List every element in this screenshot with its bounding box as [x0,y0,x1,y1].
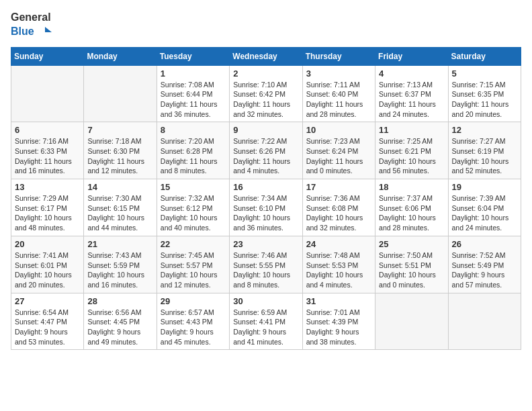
day-info: Sunrise: 6:59 AM Sunset: 4:41 PM Dayligh… [233,308,298,347]
day-number: 31 [306,296,371,306]
day-info: Sunrise: 7:23 AM Sunset: 6:24 PM Dayligh… [306,136,371,176]
day-number: 4 [379,68,444,79]
day-number: 1 [161,68,226,79]
day-info: Sunrise: 7:18 AM Sunset: 6:30 PM Dayligh… [87,136,152,176]
day-number: 6 [15,125,80,135]
calendar-cell: 12Sunrise: 7:27 AM Sunset: 6:19 PM Dayli… [448,122,521,179]
calendar-cell: 19Sunrise: 7:39 AM Sunset: 6:04 PM Dayli… [448,179,521,236]
calendar-header: SundayMondayTuesdayWednesdayThursdayFrid… [11,47,521,65]
column-header-tuesday: Tuesday [157,47,229,65]
day-info: Sunrise: 7:50 AM Sunset: 5:51 PM Dayligh… [379,250,444,290]
day-info: Sunrise: 7:37 AM Sunset: 6:06 PM Dayligh… [379,193,444,233]
calendar-cell: 10Sunrise: 7:23 AM Sunset: 6:24 PM Dayli… [302,122,375,179]
page-header: GeneralBlue [11,11,521,39]
day-number: 10 [306,125,371,135]
calendar-cell: 4Sunrise: 7:13 AM Sunset: 6:37 PM Daylig… [375,65,448,122]
day-number: 27 [15,296,80,306]
day-info: Sunrise: 7:25 AM Sunset: 6:21 PM Dayligh… [379,136,444,176]
day-info: Sunrise: 7:45 AM Sunset: 5:57 PM Dayligh… [161,250,226,290]
calendar-cell [84,65,157,122]
day-info: Sunrise: 7:10 AM Sunset: 6:42 PM Dayligh… [233,80,298,120]
day-info: Sunrise: 7:34 AM Sunset: 6:10 PM Dayligh… [233,193,298,233]
column-header-sunday: Sunday [11,47,84,65]
week-row-5: 27Sunrise: 6:54 AM Sunset: 4:47 PM Dayli… [11,293,521,350]
day-number: 23 [233,239,298,249]
week-row-2: 6Sunrise: 7:16 AM Sunset: 6:33 PM Daylig… [11,122,521,179]
calendar-cell: 8Sunrise: 7:20 AM Sunset: 6:28 PM Daylig… [157,122,229,179]
column-header-monday: Monday [84,47,157,65]
day-info: Sunrise: 6:57 AM Sunset: 4:43 PM Dayligh… [161,308,226,347]
calendar-cell: 27Sunrise: 6:54 AM Sunset: 4:47 PM Dayli… [11,293,84,350]
calendar-cell: 17Sunrise: 7:36 AM Sunset: 6:08 PM Dayli… [302,179,375,236]
day-info: Sunrise: 7:32 AM Sunset: 6:12 PM Dayligh… [161,193,226,233]
calendar-cell: 16Sunrise: 7:34 AM Sunset: 6:10 PM Dayli… [230,179,302,236]
logo: GeneralBlue [11,11,52,39]
calendar-cell [11,65,84,122]
day-info: Sunrise: 7:11 AM Sunset: 6:40 PM Dayligh… [306,80,371,120]
day-info: Sunrise: 7:27 AM Sunset: 6:19 PM Dayligh… [452,136,517,176]
calendar-cell: 6Sunrise: 7:16 AM Sunset: 6:33 PM Daylig… [11,122,84,179]
calendar-cell: 20Sunrise: 7:41 AM Sunset: 6:01 PM Dayli… [11,236,84,293]
day-number: 16 [233,182,298,192]
day-number: 22 [161,239,226,249]
calendar-body: 1Sunrise: 7:08 AM Sunset: 6:44 PM Daylig… [11,65,521,350]
calendar-cell: 14Sunrise: 7:30 AM Sunset: 6:15 PM Dayli… [84,179,157,236]
calendar-cell: 30Sunrise: 6:59 AM Sunset: 4:41 PM Dayli… [230,293,302,350]
week-row-3: 13Sunrise: 7:29 AM Sunset: 6:17 PM Dayli… [11,179,521,236]
column-header-saturday: Saturday [448,47,521,65]
day-number: 8 [161,125,226,135]
column-header-thursday: Thursday [302,47,375,65]
day-number: 30 [233,296,298,306]
day-info: Sunrise: 7:20 AM Sunset: 6:28 PM Dayligh… [161,136,226,176]
column-header-friday: Friday [375,47,448,65]
calendar-cell: 25Sunrise: 7:50 AM Sunset: 5:51 PM Dayli… [375,236,448,293]
calendar-cell: 1Sunrise: 7:08 AM Sunset: 6:44 PM Daylig… [157,65,229,122]
day-number: 17 [306,182,371,192]
day-info: Sunrise: 7:39 AM Sunset: 6:04 PM Dayligh… [452,193,517,233]
day-number: 26 [452,239,517,249]
logo-text: GeneralBlue [11,11,52,39]
day-number: 28 [87,296,152,306]
calendar-cell: 15Sunrise: 7:32 AM Sunset: 6:12 PM Dayli… [157,179,229,236]
logo-bird-icon [38,26,52,39]
week-row-1: 1Sunrise: 7:08 AM Sunset: 6:44 PM Daylig… [11,65,521,122]
day-info: Sunrise: 7:41 AM Sunset: 6:01 PM Dayligh… [15,250,80,290]
day-info: Sunrise: 7:29 AM Sunset: 6:17 PM Dayligh… [15,193,80,233]
day-number: 25 [379,239,444,249]
week-row-4: 20Sunrise: 7:41 AM Sunset: 6:01 PM Dayli… [11,236,521,293]
calendar-cell: 26Sunrise: 7:52 AM Sunset: 5:49 PM Dayli… [448,236,521,293]
day-info: Sunrise: 7:46 AM Sunset: 5:55 PM Dayligh… [233,250,298,290]
calendar-cell: 3Sunrise: 7:11 AM Sunset: 6:40 PM Daylig… [302,65,375,122]
day-number: 14 [87,182,152,192]
day-info: Sunrise: 7:15 AM Sunset: 6:35 PM Dayligh… [452,80,517,120]
calendar-table: SundayMondayTuesdayWednesdayThursdayFrid… [11,47,521,351]
day-number: 21 [87,239,152,249]
calendar-cell: 13Sunrise: 7:29 AM Sunset: 6:17 PM Dayli… [11,179,84,236]
calendar-cell: 5Sunrise: 7:15 AM Sunset: 6:35 PM Daylig… [448,65,521,122]
calendar-cell [448,293,521,350]
calendar-cell: 31Sunrise: 7:01 AM Sunset: 4:39 PM Dayli… [302,293,375,350]
day-info: Sunrise: 7:43 AM Sunset: 5:59 PM Dayligh… [87,250,152,290]
calendar-cell: 9Sunrise: 7:22 AM Sunset: 6:26 PM Daylig… [230,122,302,179]
day-number: 24 [306,239,371,249]
calendar-cell: 2Sunrise: 7:10 AM Sunset: 6:42 PM Daylig… [230,65,302,122]
day-number: 7 [87,125,152,135]
calendar-cell: 28Sunrise: 6:56 AM Sunset: 4:45 PM Dayli… [84,293,157,350]
day-number: 5 [452,68,517,79]
calendar-cell: 29Sunrise: 6:57 AM Sunset: 4:43 PM Dayli… [157,293,229,350]
day-number: 2 [233,68,298,79]
day-info: Sunrise: 7:22 AM Sunset: 6:26 PM Dayligh… [233,136,298,176]
day-info: Sunrise: 7:08 AM Sunset: 6:44 PM Dayligh… [161,80,226,120]
column-header-wednesday: Wednesday [230,47,302,65]
calendar-cell: 18Sunrise: 7:37 AM Sunset: 6:06 PM Dayli… [375,179,448,236]
svg-marker-0 [45,27,52,32]
day-info: Sunrise: 6:54 AM Sunset: 4:47 PM Dayligh… [15,308,80,347]
day-info: Sunrise: 7:16 AM Sunset: 6:33 PM Dayligh… [15,136,80,176]
day-number: 11 [379,125,444,135]
calendar-cell [375,293,448,350]
calendar-cell: 11Sunrise: 7:25 AM Sunset: 6:21 PM Dayli… [375,122,448,179]
day-info: Sunrise: 7:52 AM Sunset: 5:49 PM Dayligh… [452,250,517,290]
day-number: 15 [161,182,226,192]
calendar-cell: 22Sunrise: 7:45 AM Sunset: 5:57 PM Dayli… [157,236,229,293]
day-info: Sunrise: 7:30 AM Sunset: 6:15 PM Dayligh… [87,193,152,233]
